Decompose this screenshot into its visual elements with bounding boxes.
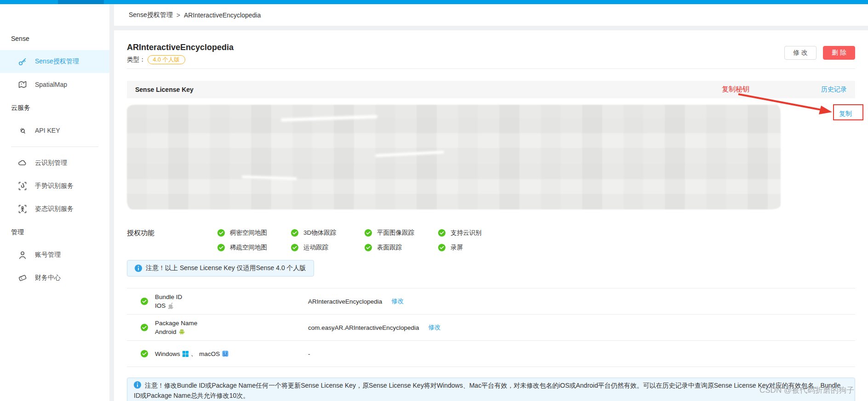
copy-key-link[interactable]: 复制 [839, 110, 852, 118]
sidebar-item-finance-center[interactable]: 财务中心 [0, 266, 109, 289]
feature-item: 表面跟踪 [365, 243, 438, 253]
sidebar-item-sense-license-management[interactable]: Sense授权管理 [0, 50, 109, 73]
license-key-area: 复制 [127, 98, 855, 220]
notice-text: 注意！修改Bundle ID或Package Name任何一个将更新Sense … [134, 382, 840, 399]
feature-item: 运动跟踪 [291, 243, 365, 253]
type-badge: 4.0 个人版 [148, 55, 185, 64]
history-link[interactable]: 历史记录 [821, 85, 847, 94]
check-circle-icon [141, 324, 148, 331]
hand-recognition-icon [17, 181, 28, 191]
desktop-platforms-row: Windows 、 macOS - [127, 341, 855, 367]
feature-label: 表面跟踪 [377, 243, 402, 252]
breadcrumb-parent[interactable]: Sense授权管理 [129, 11, 173, 19]
platform-os-name: macOS [199, 350, 220, 357]
package-name-row: Package Name Android com.easyAR.ARIntera… [127, 315, 855, 341]
sidebar-item-label: 账号管理 [35, 251, 61, 259]
info-circle-icon [134, 381, 141, 389]
check-circle-icon [141, 298, 148, 305]
page-title: ARInteractiveEncyclopedia [127, 43, 234, 51]
sidebar-item-label: 云识别管理 [35, 159, 67, 167]
apple-icon [168, 303, 173, 309]
feature-label: 稀疏空间地图 [230, 243, 267, 252]
feature-item: 稀疏空间地图 [217, 243, 291, 253]
feature-label: 平面图像跟踪 [377, 229, 414, 237]
sidebar-item-label: 姿态识别服务 [35, 205, 74, 213]
license-key-redacted [127, 105, 781, 209]
sidebar-item-spatialmap[interactable]: SpatialMap [0, 73, 109, 96]
key-scope-notice: 注意！以上 Sense License Key 仅适用Sense 4.0 个人版 [127, 260, 314, 277]
license-section-header: Sense License Key 历史记录 [127, 81, 855, 98]
check-circle-icon [365, 229, 372, 237]
delete-button[interactable]: 删除 [823, 46, 855, 60]
modify-rule-notice: 注意！修改Bundle ID或Package Name任何一个将更新Sense … [127, 378, 855, 401]
type-label: 类型： [127, 56, 146, 64]
sidebar-item-label: 手势识别服务 [35, 182, 74, 190]
feature-item: 稠密空间地图 [217, 228, 291, 238]
check-circle-icon [217, 244, 225, 251]
platform-value: - [308, 350, 310, 357]
sidebar-group-management: 管理 [0, 220, 109, 243]
main-content: Sense授权管理 > ARInteractiveEncyclopedia AR… [109, 4, 868, 401]
map-icon [17, 79, 28, 90]
features-label: 授权功能 [127, 228, 217, 253]
check-circle-icon [365, 244, 372, 251]
edit-package-name-link[interactable]: 修改 [428, 323, 441, 332]
platform-os-name: IOS [155, 301, 166, 310]
feature-item: 录屏 [438, 243, 512, 253]
cloud-icon [17, 158, 28, 168]
check-circle-icon [291, 244, 298, 251]
sidebar-item-cloud-recognition[interactable]: 云识别管理 [0, 152, 109, 175]
sidebar-group-cloud-services: 云服务 [0, 96, 109, 119]
edit-button[interactable]: 修改 [784, 46, 817, 60]
windows-icon [183, 351, 188, 357]
sidebar: Sense Sense授权管理 SpatialMap 云服务 [0, 4, 109, 401]
sidebar-item-label: 财务中心 [35, 274, 61, 282]
notice-text: 注意！以上 Sense License Key 仅适用Sense 4.0 个人版 [146, 264, 306, 272]
top-navigation-bar [0, 0, 868, 4]
feature-item: 3D物体跟踪 [291, 228, 365, 238]
feature-item: 支持云识别 [438, 228, 512, 238]
feature-label: 录屏 [451, 243, 463, 252]
platform-bindings: Bundle ID IOS ARInteractiveEncyclopedia … [127, 288, 855, 367]
pose-recognition-icon [17, 204, 28, 214]
info-circle-icon [135, 265, 142, 272]
topbar-active-tab[interactable] [58, 0, 104, 4]
check-circle-icon [217, 229, 225, 237]
sidebar-item-label: SpatialMap [35, 81, 67, 88]
sidebar-item-account-management[interactable]: 账号管理 [0, 243, 109, 266]
check-circle-icon [141, 350, 148, 357]
platform-field-name: Package Name [155, 319, 197, 328]
edit-bundle-id-link[interactable]: 修改 [391, 297, 404, 305]
sidebar-item-label: API KEY [35, 127, 60, 134]
macos-icon [222, 350, 228, 357]
platform-os-name: Windows [155, 350, 180, 357]
platform-field-name: Bundle ID [155, 293, 182, 301]
ticket-icon [17, 273, 28, 283]
platform-value: ARInteractiveEncyclopedia [308, 298, 382, 305]
feature-label: 稠密空间地图 [230, 229, 267, 237]
header-divider [127, 68, 855, 69]
sidebar-item-label: Sense授权管理 [35, 57, 79, 66]
check-circle-icon [291, 229, 298, 237]
sidebar-group-sense: Sense [0, 27, 109, 50]
check-circle-icon [438, 244, 445, 251]
license-detail-card: ARInteractiveEncyclopedia 类型： 4.0 个人版 修改… [114, 30, 868, 401]
user-icon [17, 250, 28, 260]
authorized-features: 授权功能 稠密空间地图 3D物体跟踪 平面图像跟踪 [127, 228, 855, 253]
breadcrumb-current: ARInteractiveEncyclopedia [184, 11, 261, 19]
feature-label: 3D物体跟踪 [303, 229, 336, 237]
sidebar-divider [11, 147, 98, 147]
key-icon [17, 56, 28, 67]
feature-item: 平面图像跟踪 [365, 228, 438, 238]
bundle-id-row: Bundle ID IOS ARInteractiveEncyclopedia … [127, 288, 855, 315]
sidebar-item-gesture-recognition[interactable]: 手势识别服务 [0, 175, 109, 198]
sidebar-item-api-key[interactable]: API KEY [0, 119, 109, 142]
android-icon [179, 329, 185, 335]
sidebar-item-pose-recognition[interactable]: 姿态识别服务 [0, 198, 109, 220]
feature-label: 运动跟踪 [303, 243, 328, 252]
license-section-title: Sense License Key [135, 86, 194, 93]
platform-os-name: Android [155, 328, 177, 336]
platform-value: com.easyAR.ARInteractiveEncyclopedia [308, 324, 419, 331]
feature-label: 支持云识别 [451, 229, 482, 237]
platform-os-separator: 、 [191, 350, 197, 358]
